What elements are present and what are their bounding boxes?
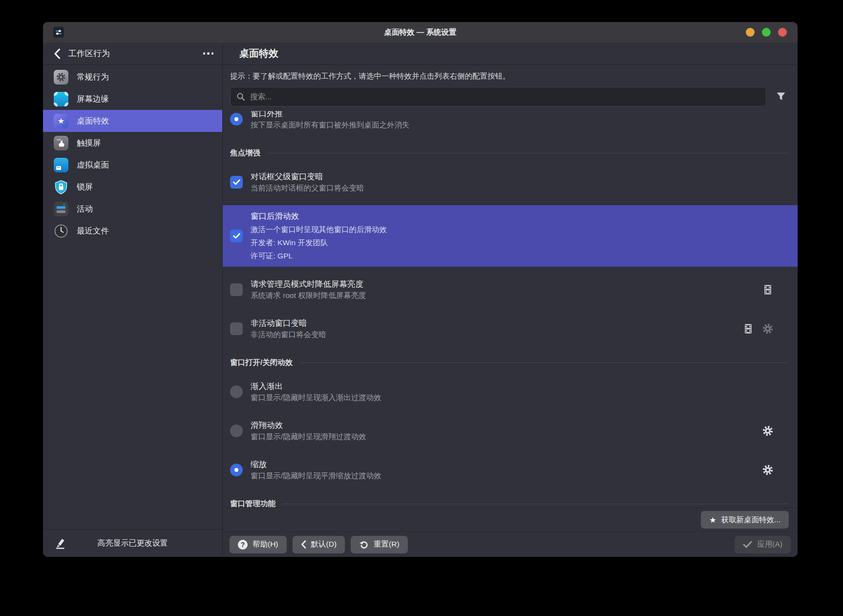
checkbox-unchecked[interactable]: [230, 322, 243, 335]
chevron-left-icon: [301, 540, 306, 549]
checkbox-checked[interactable]: [230, 176, 243, 189]
effect-row-dim-inactive[interactable]: 非活动窗口变暗 非活动的窗口将会变暗: [223, 313, 798, 345]
effect-row-fade[interactable]: 渐入渐出 窗口显示/隐藏时呈现渐入渐出过渡动效: [223, 376, 798, 408]
touchscreen-icon: [54, 136, 68, 150]
sidebar-item-label: 触摸屏: [77, 138, 101, 149]
sidebar-item-touchscreen[interactable]: 触摸屏: [43, 132, 222, 154]
hint-text: 提示：要了解或配置特效的工作方式，请选中一种特效并点击列表右侧的配置按钮。: [223, 65, 798, 85]
sidebar-item-general-behavior[interactable]: 常规行为: [43, 66, 222, 88]
effect-title: 请求管理员模式时降低屏幕亮度: [251, 278, 366, 290]
checkbox-unchecked[interactable]: [230, 283, 243, 296]
effect-title: 窗口外推: [251, 111, 410, 119]
window-title: 桌面特效 — 系统设置: [43, 27, 798, 38]
system-settings-window: 桌面特效 — 系统设置 工作区行为: [43, 22, 798, 557]
search-icon: [236, 92, 245, 101]
effect-subtitle: 当前活动对话框的父窗口将会变暗: [251, 182, 364, 194]
effect-title: 窗口后滑动效: [251, 210, 387, 223]
sidebar-item-label: 常规行为: [77, 72, 109, 83]
star-icon: ★: [709, 515, 716, 525]
sidebar-item-label: 桌面特效: [77, 116, 109, 127]
gear-tile-icon: [54, 70, 68, 85]
help-icon: ?: [238, 540, 248, 550]
apply-button[interactable]: 应用(A): [735, 536, 791, 553]
highlight-changed-label: 高亮显示已更改设置: [66, 538, 211, 549]
effect-title: 缩放: [251, 458, 381, 470]
effect-row-scale[interactable]: 缩放 窗口显示/隐藏时呈现平滑缩放过渡动效: [223, 454, 798, 486]
overflow-menu-icon[interactable]: [201, 49, 216, 58]
configure-gear-icon[interactable]: [762, 465, 773, 475]
sidebar-item-label: 最近文件: [77, 226, 109, 236]
main-pane: 桌面特效 提示：要了解或配置特效的工作方式，请选中一种特效并点击列表右侧的配置按…: [223, 42, 798, 557]
effects-list[interactable]: 窗口外推 按下显示桌面时所有窗口被外推到桌面之外消失 焦点增强 对话框父级窗口变…: [223, 111, 798, 508]
undo-icon: [359, 540, 369, 549]
sidebar-item-virtual-desktops[interactable]: 虚拟桌面: [43, 154, 222, 176]
effect-title: 滑翔动效: [251, 419, 366, 431]
page-title: 桌面特效: [239, 47, 278, 60]
reset-button[interactable]: 重置(R): [351, 536, 408, 553]
maximize-button[interactable]: [762, 28, 771, 37]
sidebar-item-activities[interactable]: 活动: [43, 198, 222, 220]
back-icon[interactable]: [54, 48, 61, 59]
effect-row-window-aperture[interactable]: 窗口外推 按下显示桌面时所有窗口被外推到桌面之外消失: [223, 111, 798, 135]
effect-subtitle: 系统请求 root 权限时降低屏幕亮度: [251, 290, 366, 301]
section-focus: 焦点增强: [230, 148, 788, 158]
help-button[interactable]: ? 帮助(H): [230, 536, 287, 553]
sidebar-item-screen-edges[interactable]: 屏幕边缘: [43, 88, 222, 110]
app-icon: [53, 26, 64, 38]
minimize-button[interactable]: [746, 28, 755, 37]
highlight-changed-settings[interactable]: 高亮显示已更改设置: [43, 529, 222, 557]
search-box[interactable]: [230, 87, 766, 106]
effect-row-dim-admin[interactable]: 请求管理员模式时降低屏幕亮度 系统请求 root 权限时降低屏幕亮度: [223, 274, 798, 306]
sidebar-item-label: 活动: [77, 204, 93, 214]
effect-developer: 开发者: KWin 开发团队: [251, 236, 387, 249]
radio-unchecked[interactable]: [230, 425, 243, 437]
highlighter-icon: [54, 537, 66, 549]
sidebar: 工作区行为 常规行为: [43, 42, 223, 557]
effect-row-dim-parent[interactable]: 对话框父级窗口变暗 当前活动对话框的父窗口将会变暗: [223, 166, 798, 198]
check-icon: [743, 541, 752, 548]
effect-title: 非活动窗口变暗: [251, 317, 326, 329]
effect-subtitle: 非活动的窗口将会变暗: [251, 329, 326, 340]
activities-icon: [54, 202, 68, 216]
effect-subtitle: 激活一个窗口时呈现其他窗口的后滑动效: [251, 223, 387, 236]
effect-license: 许可证: GPL: [251, 249, 387, 262]
effect-subtitle: 窗口显示/隐藏时呈现滑翔过渡动效: [251, 431, 366, 443]
effect-title: 渐入渐出: [251, 380, 381, 392]
video-preview-icon[interactable]: [762, 284, 773, 295]
defaults-button[interactable]: 默认(D): [293, 536, 345, 553]
filter-icon[interactable]: [774, 89, 788, 104]
sidebar-item-recent-files[interactable]: 最近文件: [43, 220, 222, 242]
close-button[interactable]: [778, 28, 787, 37]
effect-subtitle: 按下显示桌面时所有窗口被外推到桌面之外消失: [251, 119, 410, 131]
lock-screen-icon: [54, 180, 68, 194]
section-open-close: 窗口打开/关闭动效: [230, 358, 788, 368]
configure-gear-icon[interactable]: [762, 323, 773, 334]
section-window-management: 窗口管理功能: [230, 499, 788, 508]
virtual-desktops-icon: [54, 158, 68, 172]
effect-subtitle: 窗口显示/隐藏时呈现平滑缩放过渡动效: [251, 470, 381, 482]
breadcrumb[interactable]: 工作区行为: [68, 48, 193, 59]
effect-row-slide-back-selected[interactable]: 窗口后滑动效 激活一个窗口时呈现其他窗口的后滑动效 开发者: KWin 开发团队…: [223, 205, 798, 267]
sidebar-item-desktop-effects[interactable]: ★ 桌面特效: [43, 110, 222, 132]
video-preview-icon[interactable]: [743, 323, 754, 334]
recent-files-icon: [54, 224, 68, 238]
titlebar[interactable]: 桌面特效 — 系统设置: [43, 22, 798, 42]
checkbox-checked[interactable]: [230, 230, 243, 242]
screen-edges-icon: [54, 92, 68, 106]
radio-checked[interactable]: [230, 113, 243, 126]
sidebar-item-label: 屏幕边缘: [77, 94, 109, 105]
sidebar-item-label: 锁屏: [77, 182, 93, 192]
search-input[interactable]: [250, 92, 760, 101]
configure-gear-icon[interactable]: [762, 425, 773, 436]
effect-row-glide[interactable]: 滑翔动效 窗口显示/隐藏时呈现滑翔过渡动效: [223, 415, 798, 447]
effect-subtitle: 窗口显示/隐藏时呈现渐入渐出过渡动效: [251, 392, 381, 404]
desktop-effects-icon: ★: [54, 114, 68, 128]
sidebar-item-lock-screen[interactable]: 锁屏: [43, 176, 222, 198]
radio-checked[interactable]: [230, 464, 243, 476]
get-new-effects-button[interactable]: ★ 获取新桌面特效...: [701, 511, 789, 529]
sidebar-item-label: 虚拟桌面: [77, 160, 109, 170]
effect-title: 对话框父级窗口变暗: [251, 170, 364, 182]
radio-unchecked[interactable]: [230, 385, 243, 398]
